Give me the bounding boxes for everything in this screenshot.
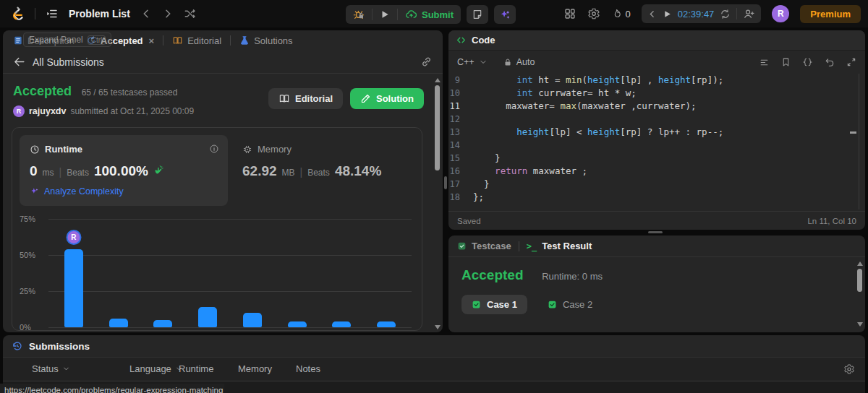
language-selector[interactable]: C++ (457, 57, 475, 67)
premium-button[interactable]: Premium (800, 5, 861, 23)
code-line[interactable]: 13 height[lp] < height[rp] ? lp++ : rp--… (448, 126, 865, 139)
chart-bar[interactable] (288, 321, 307, 327)
code-editor[interactable]: 9 int ht = min(height[lp] , height[rp]);… (448, 74, 865, 210)
chart-bar-slot[interactable]: 7ms (364, 213, 409, 327)
tab-editorial[interactable]: Editorial (169, 35, 224, 46)
all-submissions-title[interactable]: All Submissions (33, 56, 104, 68)
fullscreen-icon[interactable] (846, 57, 856, 67)
chart-xtick-label: 5ms (275, 330, 320, 331)
format-code-icon[interactable] (759, 58, 770, 67)
submit-button[interactable]: Submit (398, 5, 461, 24)
solution-button[interactable]: Solution (350, 88, 424, 109)
scroll-down-arrow[interactable] (435, 325, 441, 329)
column-header-language[interactable]: Language (129, 363, 183, 374)
analyze-complexity-link[interactable]: Analyze Complexity (30, 186, 218, 196)
chart-bar[interactable] (332, 321, 351, 327)
leetcode-logo[interactable] (9, 5, 25, 22)
test-panel-scrollbar[interactable] (856, 260, 864, 328)
code-line[interactable]: 11 maxwater= max(maxwater ,currwater); (448, 100, 865, 113)
bookmark-icon[interactable] (781, 57, 791, 67)
chart-bar-slot[interactable]: 4ms (230, 213, 275, 327)
code-line[interactable]: 12 (448, 113, 865, 126)
undo-icon[interactable] (825, 57, 835, 67)
scroll-up-arrow[interactable] (435, 78, 441, 82)
chart-ytick-label: 25% (20, 287, 44, 295)
invite-user-icon[interactable] (743, 8, 755, 20)
chart-bar[interactable] (109, 319, 128, 327)
code-line[interactable]: 15 } (448, 152, 865, 165)
next-problem-button[interactable] (162, 8, 174, 20)
chart-bar-slot[interactable]: 1ms (96, 213, 141, 327)
layout-icon[interactable] (563, 7, 576, 20)
user-avatar[interactable]: R (772, 5, 789, 22)
code-line[interactable]: 18}; (448, 191, 865, 204)
chart-bar-slot[interactable]: 5ms (275, 213, 320, 327)
notes-button[interactable] (467, 5, 488, 24)
editor-overview-ruler[interactable] (859, 74, 859, 210)
tab-test-result[interactable]: >_ Test Result (527, 241, 592, 251)
chart-xtick-label: 3ms (185, 330, 230, 331)
user-avatar[interactable]: R (13, 105, 25, 117)
auto-toggle[interactable]: Auto (516, 57, 535, 67)
streak-counter[interactable]: 0 (611, 8, 631, 20)
run-button[interactable] (373, 5, 397, 24)
chart-bar-slot[interactable]: 2ms (141, 213, 186, 327)
close-tab-icon[interactable]: × (149, 35, 155, 46)
case-2-button[interactable]: Case 2 (537, 295, 603, 314)
scroll-up-arrow[interactable] (857, 262, 863, 266)
testcase-check-icon (457, 241, 467, 251)
chart-bar[interactable] (153, 320, 172, 327)
chart-bar[interactable] (64, 249, 83, 327)
chart-bar[interactable] (198, 307, 217, 327)
braces-icon[interactable] (802, 57, 813, 67)
problem-list-icon[interactable] (46, 7, 59, 20)
submission-username[interactable]: rajuyxdv (29, 106, 66, 116)
chart-bar-slot[interactable]: 6ms (320, 213, 365, 327)
memory-chip-icon (242, 144, 252, 155)
tab-editorial-label: Editorial (187, 35, 221, 46)
left-panel: Expand Panel Ctrl Description Accepted ×… (3, 30, 443, 332)
submissions-title[interactable]: Submissions (29, 341, 90, 352)
case-1-button[interactable]: Case 1 (461, 295, 527, 314)
panel-resize-handle-horizontal[interactable] (648, 231, 663, 233)
chart-bar-slot[interactable]: 3ms (185, 213, 230, 327)
case-1-label: Case 1 (487, 299, 517, 310)
tab-solutions[interactable]: Solutions (237, 35, 295, 46)
scroll-down-arrow[interactable] (857, 322, 863, 327)
chart-xtick-label: 6ms (320, 330, 365, 331)
code-line[interactable]: 10 int currwater= ht * w; (448, 87, 865, 100)
code-panel-title[interactable]: Code (472, 35, 495, 46)
chevron-down-icon[interactable] (479, 58, 488, 66)
timer-play-icon[interactable] (663, 9, 672, 19)
ai-assistant-button[interactable] (494, 5, 516, 24)
analyze-complexity-label: Analyze Complexity (44, 186, 124, 196)
shuffle-icon[interactable] (184, 7, 197, 20)
back-arrow-icon[interactable] (13, 56, 25, 68)
code-line[interactable]: 17 } (448, 178, 865, 191)
debug-button[interactable] (346, 5, 372, 24)
tab-testcase[interactable]: Testcase (457, 241, 511, 251)
prev-problem-button[interactable] (140, 8, 152, 20)
problem-list-label[interactable]: Problem List (69, 8, 130, 20)
info-icon[interactable] (209, 144, 219, 154)
editorial-button[interactable]: Editorial (268, 88, 343, 109)
chart-bar-slot[interactable]: R (51, 213, 96, 327)
code-line[interactable]: 9 int ht = min(height[lp] , height[rp]); (448, 74, 865, 87)
memory-block[interactable]: Memory 62.92 MB | Beats 48.14% (242, 144, 381, 179)
timer-collapse-icon[interactable] (647, 9, 657, 19)
timer-reset-icon[interactable] (720, 9, 731, 20)
code-line[interactable]: 14 (448, 139, 865, 152)
panel-resize-handle-vertical[interactable] (444, 176, 447, 189)
table-settings-gear-icon[interactable] (843, 363, 855, 375)
runtime-card[interactable]: Runtime 0 ms | Beats 100.00% Analyze Com… (20, 135, 228, 206)
copy-link-icon[interactable] (420, 56, 433, 68)
chart-bar[interactable] (377, 321, 396, 327)
chart-bar[interactable] (243, 313, 262, 327)
clap-icon (153, 164, 165, 176)
column-header-status[interactable]: Status (32, 363, 70, 374)
scroll-thumb[interactable] (857, 269, 862, 292)
left-panel-scrollbar[interactable] (434, 77, 441, 331)
scroll-thumb[interactable] (435, 85, 440, 170)
settings-gear-icon[interactable] (587, 7, 600, 20)
code-line[interactable]: 16 return maxwater ; (448, 165, 865, 178)
